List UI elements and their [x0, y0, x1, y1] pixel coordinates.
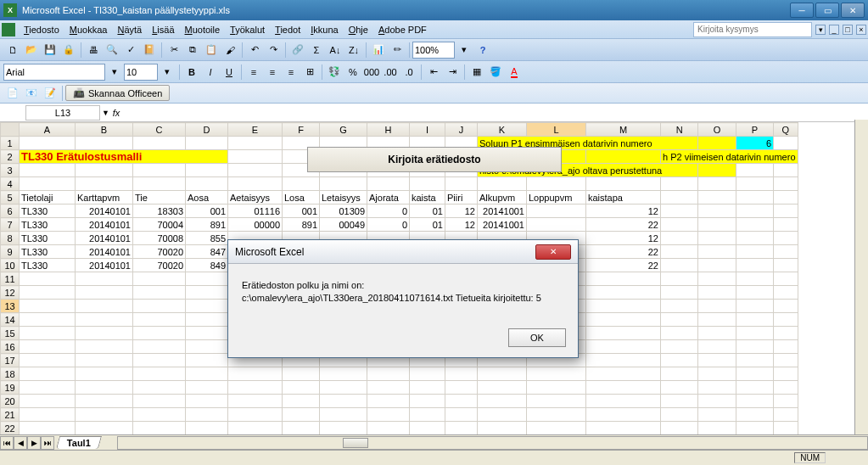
- cell-E3[interactable]: [228, 164, 283, 177]
- cell-A5[interactable]: Tietolaji: [20, 191, 76, 204]
- tab-nav-first-icon[interactable]: ⏮: [0, 436, 14, 450]
- merge-center-icon[interactable]: ⊞: [301, 64, 318, 81]
- col-header-Q[interactable]: Q: [774, 123, 798, 137]
- cell-P22[interactable]: [736, 422, 773, 435]
- zoom-dropdown-icon[interactable]: ▾: [456, 42, 473, 59]
- cell-M14[interactable]: [586, 313, 661, 327]
- row-header-21[interactable]: 21: [1, 408, 20, 422]
- decrease-indent-icon[interactable]: ⇤: [425, 64, 442, 81]
- cell-O15[interactable]: [698, 327, 736, 340]
- col-header-O[interactable]: O: [698, 123, 736, 137]
- cell-P19[interactable]: [736, 381, 773, 395]
- sort-asc-icon[interactable]: A↓: [327, 42, 344, 59]
- cell-D21[interactable]: [186, 408, 228, 422]
- redo-icon[interactable]: ↷: [265, 42, 282, 59]
- cell-M15[interactable]: [586, 327, 661, 340]
- cell-D5[interactable]: Aosa: [186, 191, 228, 204]
- cell-O14[interactable]: [698, 313, 736, 327]
- cell-P13[interactable]: [736, 300, 773, 313]
- hyperlink-icon[interactable]: 🔗: [289, 42, 306, 59]
- cell-Q5[interactable]: [774, 191, 798, 204]
- tab-nav-next-icon[interactable]: ▶: [27, 436, 41, 450]
- menu-muotoile[interactable]: Muotoile: [180, 23, 226, 36]
- align-left-icon[interactable]: ≡: [245, 64, 262, 81]
- col-header-M[interactable]: M: [586, 123, 661, 137]
- cell-N4[interactable]: [661, 177, 698, 191]
- bold-icon[interactable]: B: [183, 64, 200, 81]
- cell-O6[interactable]: [698, 204, 736, 218]
- minimize-button[interactable]: ─: [790, 3, 814, 18]
- cell-M21[interactable]: [586, 408, 661, 422]
- cell-D1[interactable]: [186, 137, 228, 150]
- cell-N11[interactable]: [661, 272, 698, 286]
- cell-A11[interactable]: [20, 272, 76, 286]
- cell-C4[interactable]: [133, 177, 186, 191]
- cell-P1[interactable]: 6: [736, 137, 773, 150]
- cell-H5[interactable]: Ajorata: [367, 191, 410, 204]
- cell-J19[interactable]: [445, 381, 478, 395]
- cell-D7[interactable]: 891: [186, 218, 228, 232]
- undo-icon[interactable]: ↶: [246, 42, 263, 59]
- cell-D22[interactable]: [186, 422, 228, 435]
- cell-F21[interactable]: [283, 408, 320, 422]
- row-header-3[interactable]: 3: [1, 164, 20, 177]
- cell-A17[interactable]: [20, 354, 76, 367]
- cell-G20[interactable]: [320, 395, 367, 408]
- dialog-ok-button[interactable]: OK: [508, 328, 566, 347]
- row-header-13[interactable]: 13: [1, 300, 20, 313]
- cell-M22[interactable]: [586, 422, 661, 435]
- menu-lisää[interactable]: Lisää: [147, 23, 179, 36]
- cell-O9[interactable]: [698, 245, 736, 259]
- cell-G22[interactable]: [320, 422, 367, 435]
- cell-A22[interactable]: [20, 422, 76, 435]
- cell-A12[interactable]: [20, 286, 76, 300]
- cell-O19[interactable]: [698, 381, 736, 395]
- font-color-icon[interactable]: A: [506, 64, 523, 81]
- cell-C14[interactable]: [133, 313, 186, 327]
- cell-L4[interactable]: [527, 177, 586, 191]
- cell-C12[interactable]: [133, 286, 186, 300]
- tab-nav-last-icon[interactable]: ⏭: [41, 436, 54, 450]
- open-icon[interactable]: 📂: [23, 42, 40, 59]
- cell-A21[interactable]: [20, 408, 76, 422]
- col-header-L[interactable]: L: [527, 123, 586, 137]
- col-header-C[interactable]: C: [133, 123, 186, 137]
- cell-M5[interactable]: kaistapa: [586, 191, 661, 204]
- cell-K4[interactable]: [478, 177, 527, 191]
- cell-E7[interactable]: 00000: [228, 218, 283, 232]
- formula-input[interactable]: [123, 108, 868, 118]
- cell-E2[interactable]: [228, 150, 283, 164]
- cell-M16[interactable]: [586, 340, 661, 354]
- menu-tiedosto[interactable]: Tiedosto: [19, 23, 64, 36]
- cell-F19[interactable]: [283, 381, 320, 395]
- cell-B22[interactable]: [76, 422, 133, 435]
- autosum-icon[interactable]: Σ: [308, 42, 325, 59]
- horizontal-scrollbar[interactable]: [117, 436, 868, 450]
- cell-K21[interactable]: [478, 408, 527, 422]
- cell-D13[interactable]: [186, 300, 228, 313]
- cell-P16[interactable]: [736, 340, 773, 354]
- row-header-4[interactable]: 4: [1, 177, 20, 191]
- cell-E22[interactable]: [228, 422, 283, 435]
- cell-B3[interactable]: [76, 164, 133, 177]
- row-header-18[interactable]: 18: [1, 367, 20, 381]
- row-header-16[interactable]: 16: [1, 340, 20, 354]
- cell-I4[interactable]: [410, 177, 445, 191]
- col-header-G[interactable]: G: [320, 123, 367, 137]
- cell-O18[interactable]: [698, 367, 736, 381]
- write-batch-file-button[interactable]: Kirjoita erätiedosto: [307, 147, 562, 172]
- cell-I6[interactable]: 01: [410, 204, 445, 218]
- cell-B4[interactable]: [76, 177, 133, 191]
- cell-P6[interactable]: [736, 204, 773, 218]
- cell-P5[interactable]: [736, 191, 773, 204]
- cell-O22[interactable]: [698, 422, 736, 435]
- cell-B12[interactable]: [76, 286, 133, 300]
- drawing-icon[interactable]: ✏: [389, 42, 406, 59]
- cell-Q8[interactable]: [774, 232, 798, 245]
- cell-H6[interactable]: 0: [367, 204, 410, 218]
- cell-M8[interactable]: 12: [586, 232, 661, 245]
- cell-B10[interactable]: 20140101: [76, 259, 133, 272]
- cell-B16[interactable]: [76, 340, 133, 354]
- app-menu-icon[interactable]: [2, 23, 15, 36]
- cell-M17[interactable]: [586, 354, 661, 367]
